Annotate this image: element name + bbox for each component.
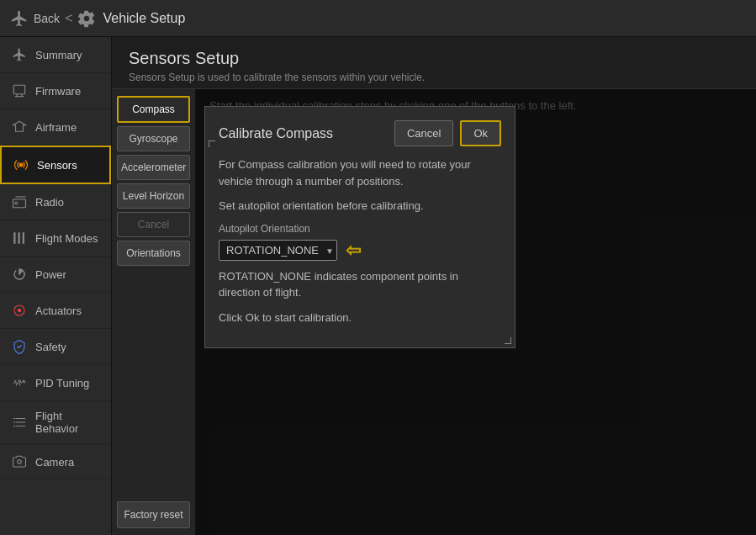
page-subtitle: Sensors Setup is used to calibrate the s… [129,72,739,83]
sidebar-label-flight-modes: Flight Modes [35,232,98,245]
app-header: Back < Vehicle Setup [0,0,756,37]
sidebar-item-power[interactable]: Power [0,257,111,293]
page-header-title: Vehicle Setup [103,11,185,26]
actuators-icon [10,301,29,320]
dialog-ok-button[interactable]: Ok [460,120,501,146]
main-layout: Summary Firmware Airframe [0,37,756,535]
compass-button[interactable]: Compass [117,96,190,123]
sidebar: Summary Firmware Airframe [0,37,112,535]
firmware-icon [10,82,29,100]
sidebar-item-sensors[interactable]: Sensors [0,146,111,184]
back-label: Back [34,12,60,25]
sidebar-label-sensors: Sensors [37,159,77,172]
sidebar-item-flight-modes[interactable]: Flight Modes [0,220,111,257]
dialog-body: For Compass calibration you will need to… [219,156,501,326]
click-ok-text: Click Ok to start calibration. [219,310,501,326]
dialog-body-line1: For Compass calibration you will need to… [219,156,501,189]
sidebar-item-safety[interactable]: Safety [0,329,111,365]
dialog-cancel-button[interactable]: Cancel [394,120,453,146]
sidebar-label-radio: Radio [35,196,64,209]
svg-point-7 [15,202,18,204]
sidebar-label-flight-behavior: Flight Behavior [35,410,101,435]
gyroscope-button[interactable]: Gyroscope [117,126,190,151]
orientation-select[interactable]: ROTATION_NONE [219,240,337,261]
airframe-icon [10,118,29,136]
safety-icon [10,337,29,356]
sub-content: Compass Gyroscope Accelerometer Level Ho… [112,89,756,535]
orientation-select-wrap: ROTATION_NONE ▼ ⇦ [219,240,501,262]
dialog-actions: Cancel Ok [394,120,501,146]
camera-icon [10,453,29,471]
sidebar-item-actuators[interactable]: Actuators [0,293,111,329]
sidebar-item-flight-behavior[interactable]: Flight Behavior [0,401,111,444]
sidebar-item-firmware[interactable]: Firmware [0,73,111,109]
content-area: Sensors Setup Sensors Setup is used to c… [112,37,756,535]
sidebar-label-summary: Summary [35,49,82,61]
svg-point-10 [18,460,22,464]
dialog-title: Calibrate Compass [219,126,333,141]
pid-icon [10,373,29,392]
plane-small-icon [10,45,29,64]
sidebar-item-summary[interactable]: Summary [0,37,111,73]
sidebar-label-airframe: Airframe [35,121,77,134]
plane-icon [10,9,29,28]
corner-tl-decoration [209,140,215,147]
radio-icon [10,193,29,211]
right-panel: Start the individual calibration steps b… [196,89,756,535]
svg-rect-0 [13,85,25,94]
gear-icon [77,9,96,28]
sidebar-label-safety: Safety [35,341,66,353]
back-button[interactable]: Back < [10,9,72,28]
sidebar-label-pid: PID Tuning [35,377,89,389]
flightbehavior-icon [10,413,29,432]
sidebar-item-camera[interactable]: Camera [0,444,111,480]
dialog-title-row: Calibrate Compass Cancel Ok [219,120,501,146]
corner-br-decoration [505,337,511,344]
buttons-panel: Compass Gyroscope Accelerometer Level Ho… [112,89,196,535]
arrow-indicator-icon: ⇦ [346,240,361,262]
sidebar-item-radio[interactable]: Radio [0,184,111,220]
page-title: Sensors Setup [129,49,739,68]
svg-point-9 [18,309,22,313]
flightmodes-icon [10,229,29,247]
orientations-button[interactable]: Orientations [117,241,190,266]
page-header: Sensors Setup Sensors Setup is used to c… [112,37,756,89]
orientation-label: Autopilot Orientation [219,223,501,235]
cancel-button[interactable]: Cancel [117,212,190,237]
sensors-icon [12,156,30,174]
sidebar-label-actuators: Actuators [35,305,82,317]
orientation-note: ROTATION_NONE indicates component points… [219,268,501,301]
calibrate-dialog: Calibrate Compass Cancel Ok For Compass … [204,106,515,348]
dialog-backdrop: Calibrate Compass Cancel Ok For Compass … [196,89,756,535]
orientation-select-wrapper: ROTATION_NONE ▼ [219,240,337,261]
sidebar-label-firmware: Firmware [35,85,81,98]
back-arrow: < [65,11,72,26]
sidebar-item-airframe[interactable]: Airframe [0,109,111,146]
power-icon [10,265,29,283]
level-horizon-button[interactable]: Level Horizon [117,183,190,209]
factory-reset-button[interactable]: Factory reset [117,501,190,528]
svg-point-4 [19,163,24,167]
accelerometer-button[interactable]: Accelerometer [117,155,190,180]
dialog-body-line2: Set autopilot orientation before calibra… [219,198,501,215]
sidebar-item-pid-tuning[interactable]: PID Tuning [0,365,111,401]
sidebar-label-camera: Camera [35,456,74,469]
sidebar-label-power: Power [35,268,66,281]
